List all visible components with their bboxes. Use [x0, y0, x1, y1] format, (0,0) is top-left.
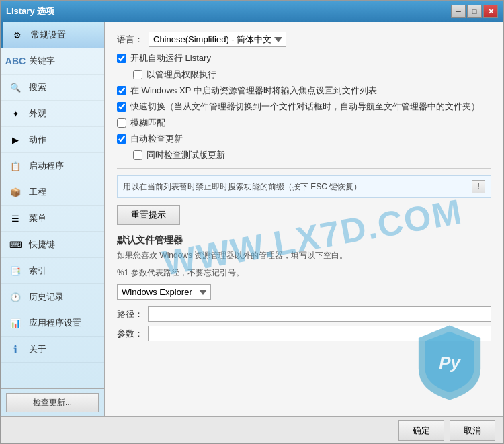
- abc-icon: ABC: [7, 53, 24, 69]
- sidebar-label-menu: 菜单: [29, 212, 46, 224]
- language-select[interactable]: Chinese(Simplified) - 简体中文: [149, 32, 286, 47]
- admin-row: 以管理员权限执行: [133, 69, 491, 81]
- sidebar-label-action: 动作: [29, 134, 46, 146]
- sidebar-label-history: 历史记录: [29, 291, 64, 303]
- bottom-bar: 确定 取消: [1, 416, 503, 443]
- file-manager-desc2: %1 参数代表路径，不要忘记引号。: [117, 267, 491, 279]
- gear-icon: ⚙: [9, 27, 26, 43]
- autostart-row: 开机自动运行 Listary: [117, 52, 491, 64]
- quickswitch-label: 快速切换（当从文件管理器切换到一个文件对话框时，自动导航至文件管理器中的文件夹）: [130, 101, 480, 113]
- title-bar: Listary 选项 ─ □ ✕: [1, 1, 503, 22]
- sidebar-item-shortcut[interactable]: ⌨ 快捷键: [1, 232, 104, 258]
- appconfig-icon: 📊: [7, 315, 24, 331]
- file-manager-select-row: Windows Explorer Total Commander Directo…: [117, 284, 491, 300]
- sidebar-label-appearance: 外观: [29, 107, 46, 120]
- admin-label: 以管理员权限执行: [146, 69, 216, 81]
- index-icon: 📑: [7, 263, 24, 279]
- betaupdate-label: 同时检查测试版更新: [146, 149, 225, 161]
- body-container: ⚙ 常规设置 ABC 关键字 🔍 搜索 ✦ 外观 ▶ 动作: [1, 22, 503, 443]
- autostart-checkbox[interactable]: [117, 54, 126, 63]
- sidebar-label-general: 常规设置: [31, 29, 66, 41]
- history-icon: 🕐: [7, 289, 24, 305]
- close-button[interactable]: ✕: [483, 5, 498, 18]
- params-row: 参数：: [117, 326, 491, 341]
- sidebar-item-history[interactable]: 🕐 历史记录: [1, 284, 104, 310]
- sidebar-item-action[interactable]: ▶ 动作: [1, 127, 104, 153]
- cancel-button[interactable]: 取消: [450, 420, 495, 441]
- file-manager-desc1: 如果您喜欢 Windows 资源管理器以外的管理器，填写以下空白。: [117, 249, 491, 261]
- action-icon: ▶: [7, 132, 24, 148]
- divider-1: [117, 168, 491, 169]
- language-row: 语言： Chinese(Simplified) - 简体中文: [117, 32, 491, 47]
- about-icon: ℹ: [7, 341, 24, 357]
- sidebar-item-appconfig[interactable]: 📊 应用程序设置: [1, 310, 104, 337]
- sidebar-item-search[interactable]: 🔍 搜索: [1, 75, 104, 101]
- path-row: 路径：: [117, 306, 491, 322]
- main-window: Listary 选项 ─ □ ✕ ⚙ 常规设置 ABC 关键字 🔍 搜索: [0, 0, 504, 444]
- betaupdate-checkbox[interactable]: [133, 150, 142, 160]
- sidebar-label-startup: 启动程序: [29, 160, 64, 172]
- params-input[interactable]: [148, 326, 491, 341]
- sidebar-item-about[interactable]: ℹ 关于: [1, 337, 104, 363]
- quickswitch-row: 快速切换（当从文件管理器切换到一个文件对话框时，自动导航至文件管理器中的文件夹）: [117, 101, 491, 113]
- sidebar-label-project: 工程: [29, 186, 46, 198]
- hint-icon[interactable]: !: [472, 180, 485, 193]
- fuzzy-label: 模糊匹配: [130, 117, 165, 129]
- file-manager-select[interactable]: Windows Explorer Total Commander Directo…: [117, 284, 211, 300]
- winxp-row: 在 Windows XP 中启动资源管理器时将输入焦点设置到文件列表: [117, 85, 491, 97]
- language-label: 语言：: [117, 34, 143, 46]
- sidebar-item-general[interactable]: ⚙ 常规设置: [1, 22, 104, 48]
- appearance-icon: ✦: [7, 105, 24, 122]
- shortcut-icon: ⌨: [7, 236, 24, 253]
- sidebar-label-appconfig: 应用程序设置: [29, 317, 81, 329]
- admin-checkbox[interactable]: [133, 70, 142, 79]
- startup-icon: 📋: [7, 158, 24, 174]
- autoupdate-row: 自动检查更新: [117, 133, 491, 145]
- betaupdate-row: 同时检查测试版更新: [133, 149, 491, 161]
- path-input[interactable]: [148, 306, 491, 322]
- sidebar-item-startup[interactable]: 📋 启动程序: [1, 153, 104, 179]
- sidebar-label-search: 搜索: [29, 81, 46, 93]
- sidebar-item-menu[interactable]: ☰ 菜单: [1, 206, 104, 232]
- project-icon: 📦: [7, 184, 24, 200]
- autoupdate-label: 自动检查更新: [130, 133, 183, 145]
- sidebar-item-index[interactable]: 📑 索引: [1, 258, 104, 284]
- sidebar-bottom: 检查更新...: [1, 388, 104, 416]
- reset-button[interactable]: 重置提示: [117, 205, 180, 225]
- menu-icon: ☰: [7, 210, 24, 226]
- sidebar-label-shortcut: 快捷键: [29, 238, 55, 251]
- sidebar: ⚙ 常规设置 ABC 关键字 🔍 搜索 ✦ 外观 ▶ 动作: [1, 22, 105, 416]
- hint-row: 用以在当前列表暂时禁止即时搜索功能的前缀（按下 ESC 键恢复） !: [117, 175, 491, 198]
- file-manager-title: 默认文件管理器: [117, 234, 491, 247]
- sidebar-label-keyword: 关键字: [29, 55, 55, 67]
- fuzzy-checkbox[interactable]: [117, 118, 126, 128]
- autoupdate-checkbox[interactable]: [117, 134, 126, 144]
- minimize-button[interactable]: ─: [451, 5, 466, 18]
- fuzzy-row: 模糊匹配: [117, 117, 491, 129]
- sidebar-item-project[interactable]: 📦 工程: [1, 179, 104, 206]
- sidebar-item-keyword[interactable]: ABC 关键字: [1, 48, 104, 75]
- ok-button[interactable]: 确定: [398, 420, 444, 441]
- winxp-checkbox[interactable]: [117, 86, 126, 95]
- sidebar-item-appearance[interactable]: ✦ 外观: [1, 101, 104, 127]
- maximize-button[interactable]: □: [467, 5, 482, 18]
- autostart-label: 开机自动运行 Listary: [130, 52, 211, 64]
- hint-text: 用以在当前列表暂时禁止即时搜索功能的前缀（按下 ESC 键恢复）: [123, 181, 362, 193]
- params-label: 参数：: [117, 328, 144, 340]
- window-title: Listary 选项: [6, 5, 54, 17]
- sidebar-label-index: 索引: [29, 265, 46, 277]
- content-area: ⚙ 常规设置 ABC 关键字 🔍 搜索 ✦ 外观 ▶ 动作: [1, 22, 503, 416]
- quickswitch-checkbox[interactable]: [117, 102, 126, 112]
- main-content: 语言： Chinese(Simplified) - 简体中文 开机自动运行 Li…: [105, 22, 503, 416]
- search-icon: 🔍: [7, 79, 24, 95]
- path-label: 路径：: [117, 308, 144, 320]
- winxp-label: 在 Windows XP 中启动资源管理器时将输入焦点设置到文件列表: [130, 85, 377, 97]
- sidebar-label-about: 关于: [29, 343, 46, 355]
- title-controls: ─ □ ✕: [451, 5, 498, 18]
- check-update-button[interactable]: 检查更新...: [6, 393, 99, 412]
